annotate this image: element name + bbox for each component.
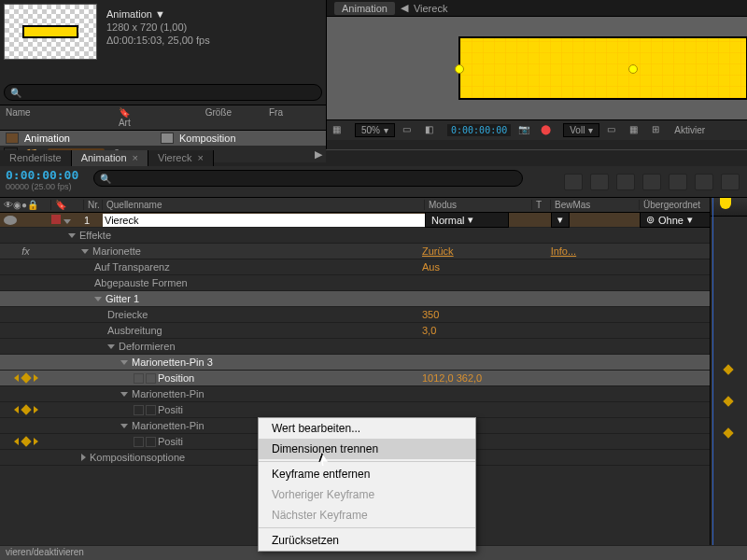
zoom-dropdown[interactable]: 50% ▾: [355, 123, 395, 137]
graph-editor-icon[interactable]: [695, 174, 713, 190]
timeline-track-area[interactable]: [710, 198, 747, 553]
res-icon[interactable]: ▭: [402, 124, 417, 137]
activate-cam-button[interactable]: Aktivier: [674, 125, 705, 135]
blend-mode-dropdown[interactable]: Normal ▾: [425, 212, 509, 228]
time-marker-icon[interactable]: [720, 198, 731, 209]
expansion-value[interactable]: 3,0: [418, 325, 436, 336]
eye-icon[interactable]: [4, 216, 17, 225]
trackmat-dropdown[interactable]: ▾: [551, 212, 570, 228]
kf-toggle-icon[interactable]: [21, 372, 31, 383]
menu-next-keyframe: Nächster Keyframe: [259, 505, 475, 525]
comp-viewport[interactable]: [327, 17, 747, 119]
menu-prev-keyframe: Vorheriger Keyframe: [259, 484, 475, 505]
context-menu: Wert bearbeiten... Dimensionen trennen K…: [258, 417, 476, 552]
comp-info: Animation ▼ 1280 x 720 (1,00) Δ0:00:15:0…: [106, 4, 210, 60]
bc-animation[interactable]: Animation: [334, 2, 395, 15]
timeline-frame: 00000 (25.00 fps): [6, 182, 88, 191]
folder-icon: [161, 133, 174, 144]
grid2-icon[interactable]: ▦: [629, 124, 644, 137]
triangles-value[interactable]: 350: [418, 309, 439, 320]
timeline-col-header: 👁◉●🔒 🔖 Nr. Quellenname Modus T BewMas Üb…: [0, 198, 747, 213]
comp-mini-icon[interactable]: [564, 174, 583, 190]
puppet-pin-icon[interactable]: [455, 64, 464, 74]
project-cols: Name 🔖 Art Größe Fra: [0, 105, 326, 131]
layer-row-viereck[interactable]: 1 Normal ▾ ▾ ⊚ Ohne ▾: [0, 213, 747, 228]
play-icon[interactable]: ▶: [315, 148, 322, 161]
prop-transparency[interactable]: Auf TransparenzAus: [0, 259, 747, 275]
guides-icon[interactable]: ⊞: [652, 124, 667, 137]
prop-mesh1[interactable]: Gitter 1: [0, 291, 747, 307]
prop-triangles[interactable]: Dreiecke350: [0, 307, 747, 323]
playhead[interactable]: [712, 198, 713, 553]
menu-edit-value[interactable]: Wert bearbeiten...: [259, 418, 475, 439]
comp-icon: [6, 133, 19, 144]
close-icon[interactable]: ×: [197, 152, 203, 163]
next-kf-icon[interactable]: [34, 374, 38, 382]
menu-separate-dimensions[interactable]: Dimensionen trennen: [259, 439, 475, 459]
snapshot-icon[interactable]: 📷: [518, 124, 533, 137]
grid-icon[interactable]: ▦: [332, 124, 347, 137]
menu-reset[interactable]: Zurücksetzen: [259, 530, 475, 551]
stopwatch-icon[interactable]: [134, 373, 144, 384]
prev-kf-icon[interactable]: [14, 374, 19, 382]
mask-icon[interactable]: ◧: [425, 124, 440, 137]
timeline-timecode[interactable]: 0:00:00:00: [6, 168, 88, 182]
prop-effects[interactable]: Effekte: [0, 228, 747, 244]
channel-icon[interactable]: ⬤: [541, 124, 556, 137]
prop-paused-shapes[interactable]: Abgepauste Formen: [0, 275, 747, 291]
prop-pin2-position[interactable]: Positi: [0, 402, 747, 418]
layer-name-input[interactable]: [103, 214, 425, 227]
project-search[interactable]: 🔍: [4, 84, 322, 101]
transp-value[interactable]: Aus: [418, 261, 440, 273]
tab-viereck[interactable]: Viereck×: [148, 150, 214, 166]
reset-link[interactable]: Zurück: [418, 245, 454, 257]
prop-pin3[interactable]: Marionetten-Pin 3: [0, 355, 747, 371]
tab-render-queue[interactable]: Renderliste: [0, 150, 72, 166]
roi-icon[interactable]: ▭: [607, 124, 622, 137]
brainstorm-icon[interactable]: [721, 174, 740, 190]
prop-pin3-position[interactable]: Position1012,0 362,0: [0, 371, 747, 386]
prop-pin2[interactable]: Marionetten-Pin: [0, 386, 747, 402]
keyframe-icon[interactable]: [723, 364, 733, 374]
timeline-search[interactable]: 🔍: [93, 170, 523, 187]
viewer-timecode[interactable]: 0:00:00:00: [447, 124, 511, 136]
position-value[interactable]: 1012,0 362,0: [418, 372, 482, 384]
info-link[interactable]: Info...: [547, 245, 577, 257]
motion-blur-icon[interactable]: [669, 174, 687, 190]
prop-deform[interactable]: Deformieren: [0, 339, 747, 355]
puppet-pin-icon[interactable]: [628, 64, 638, 74]
prop-puppet[interactable]: fxMarionetteZurückInfo...: [0, 244, 747, 259]
prop-expansion[interactable]: Ausbreitung3,0: [0, 323, 747, 339]
res-dropdown[interactable]: Voll ▾: [563, 123, 599, 137]
frame-blend-icon[interactable]: [642, 174, 661, 190]
comp-thumbnail[interactable]: [4, 4, 97, 60]
menu-remove-keyframe[interactable]: Keyframe entfernen: [259, 464, 475, 484]
tab-animation[interactable]: Animation×: [72, 150, 148, 166]
close-icon[interactable]: ×: [133, 152, 138, 163]
viewer-breadcrumb: Animation ◀ Viereck: [327, 0, 747, 17]
shy-icon[interactable]: [616, 174, 635, 190]
draft3d-icon[interactable]: [590, 174, 609, 190]
project-item-animation[interactable]: Animation Komposition: [0, 131, 326, 146]
